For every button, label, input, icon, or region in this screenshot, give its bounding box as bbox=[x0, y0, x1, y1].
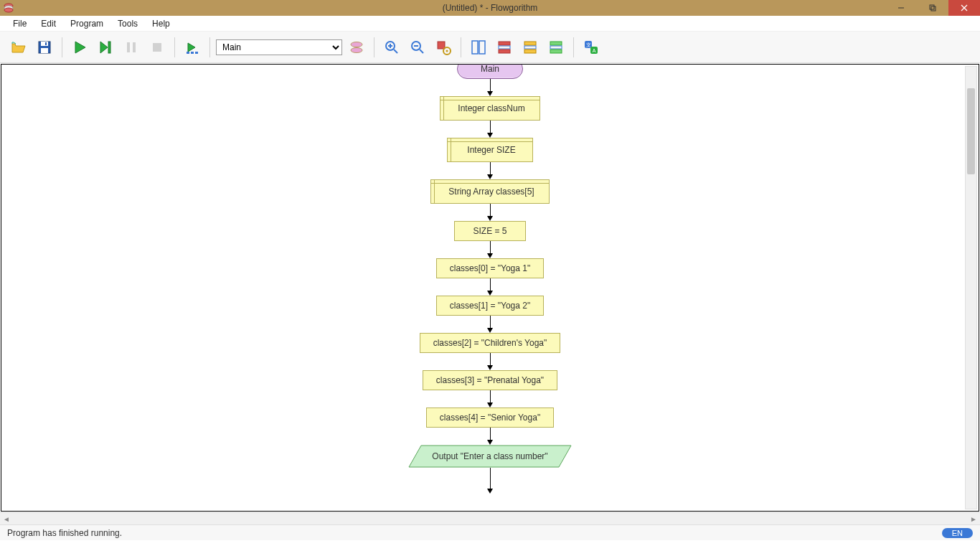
svg-text:A: A bbox=[593, 48, 596, 53]
window-title: (Untitled) * - Flowgorithm bbox=[443, 3, 538, 13]
run-button[interactable] bbox=[68, 36, 91, 59]
menu-tools[interactable]: Tools bbox=[110, 17, 145, 30]
settings-button[interactable] bbox=[432, 36, 455, 59]
flow-arrow bbox=[487, 390, 493, 408]
assign-node[interactable]: classes[1] = "Yoga 2" bbox=[436, 296, 544, 316]
titlebar: (Untitled) * - Flowgorithm bbox=[0, 0, 980, 16]
style-gaddis-button[interactable] bbox=[493, 36, 516, 59]
toolbar: Main 文A bbox=[0, 32, 980, 63]
close-button[interactable] bbox=[948, 0, 980, 16]
svg-rect-37 bbox=[524, 46, 536, 49]
zoom-in-button[interactable] bbox=[380, 36, 403, 59]
declare-node[interactable]: Integer SIZE bbox=[447, 138, 533, 162]
style-sdl-button[interactable] bbox=[545, 36, 567, 59]
svg-rect-38 bbox=[524, 50, 536, 53]
svg-rect-16 bbox=[187, 52, 189, 54]
assign-node[interactable]: SIZE = 5 bbox=[454, 221, 526, 241]
flowchart-canvas[interactable]: MainInteger classNumInteger SIZEString A… bbox=[1, 64, 979, 512]
pause-button bbox=[120, 36, 143, 59]
flow-arrow bbox=[487, 204, 493, 221]
declare-node[interactable]: String Array classes[5] bbox=[430, 179, 549, 204]
assign-node[interactable]: classes[3] = "Prenatal Yoga" bbox=[423, 370, 557, 390]
output-node[interactable]: Output "Enter a class number" bbox=[408, 445, 572, 468]
menu-edit[interactable]: Edit bbox=[34, 17, 63, 30]
flow-arrow bbox=[487, 316, 493, 333]
scroll-right-icon[interactable]: ► bbox=[969, 514, 979, 524]
menu-file[interactable]: File bbox=[6, 17, 34, 30]
svg-point-2 bbox=[4, 8, 13, 12]
assign-node[interactable]: classes[0] = "Yoga 1" bbox=[436, 258, 544, 278]
svg-point-30 bbox=[446, 50, 448, 52]
svg-rect-31 bbox=[472, 41, 478, 54]
function-select[interactable]: Main bbox=[216, 39, 342, 55]
assign-node[interactable]: classes[2] = "Children's Yoga" bbox=[420, 333, 561, 353]
svg-rect-14 bbox=[133, 42, 136, 52]
stop-button bbox=[146, 36, 169, 59]
svg-rect-32 bbox=[479, 41, 485, 54]
svg-line-22 bbox=[394, 50, 397, 53]
svg-rect-12 bbox=[108, 42, 110, 53]
maximize-button[interactable] bbox=[917, 0, 948, 16]
svg-text:文: 文 bbox=[586, 42, 591, 47]
statusbar: Program has finished running. EN bbox=[0, 524, 980, 540]
svg-rect-4 bbox=[930, 5, 934, 9]
language-pill[interactable]: EN bbox=[942, 528, 973, 538]
open-button[interactable] bbox=[7, 36, 30, 59]
svg-rect-18 bbox=[195, 52, 198, 54]
svg-rect-40 bbox=[550, 46, 562, 49]
flow-arrow bbox=[487, 162, 493, 179]
add-function-button[interactable] bbox=[345, 36, 368, 59]
zoom-out-button[interactable] bbox=[406, 36, 429, 59]
horizontal-scrollbar[interactable]: ◄ ► bbox=[0, 512, 980, 524]
layout-button[interactable] bbox=[181, 36, 204, 59]
vertical-scrollbar[interactable] bbox=[965, 66, 977, 509]
flow-arrow bbox=[487, 468, 493, 494]
flow-arrow bbox=[487, 121, 493, 138]
status-text: Program has finished running. bbox=[7, 528, 122, 538]
svg-rect-33 bbox=[499, 42, 510, 45]
svg-rect-11 bbox=[45, 42, 47, 45]
svg-rect-39 bbox=[550, 42, 562, 45]
svg-rect-35 bbox=[499, 50, 510, 53]
svg-rect-9 bbox=[41, 42, 48, 46]
assign-node[interactable]: classes[4] = "Senior Yoga" bbox=[426, 408, 554, 428]
menubar: File Edit Program Tools Help bbox=[0, 16, 980, 32]
svg-rect-5 bbox=[931, 6, 936, 11]
app-icon bbox=[1, 1, 16, 15]
scroll-left-icon[interactable]: ◄ bbox=[1, 514, 11, 524]
step-button[interactable] bbox=[94, 36, 117, 59]
svg-rect-13 bbox=[127, 42, 130, 52]
translate-button[interactable]: 文A bbox=[580, 36, 603, 59]
flow-arrow bbox=[487, 278, 493, 296]
svg-rect-28 bbox=[438, 42, 445, 49]
declare-node[interactable]: Integer classNum bbox=[440, 96, 540, 121]
svg-rect-17 bbox=[191, 52, 194, 54]
menu-help[interactable]: Help bbox=[145, 17, 177, 30]
flow-arrow bbox=[487, 353, 493, 370]
terminal-start[interactable]: Main bbox=[457, 64, 523, 79]
save-button[interactable] bbox=[33, 36, 56, 59]
svg-rect-36 bbox=[524, 42, 536, 45]
flow-arrow bbox=[487, 79, 493, 96]
svg-point-20 bbox=[351, 47, 362, 52]
style-classic-button[interactable] bbox=[467, 36, 490, 59]
svg-rect-34 bbox=[499, 46, 510, 49]
minimize-button[interactable] bbox=[885, 0, 917, 16]
flow-arrow bbox=[487, 428, 493, 445]
svg-rect-10 bbox=[41, 48, 48, 53]
flow-arrow bbox=[487, 241, 493, 258]
svg-rect-41 bbox=[550, 50, 562, 53]
scrollbar-thumb[interactable] bbox=[967, 88, 975, 174]
svg-line-26 bbox=[420, 50, 423, 53]
svg-point-19 bbox=[351, 42, 362, 47]
svg-rect-15 bbox=[153, 43, 161, 52]
menu-program[interactable]: Program bbox=[63, 17, 110, 30]
style-ibm-button[interactable] bbox=[519, 36, 542, 59]
